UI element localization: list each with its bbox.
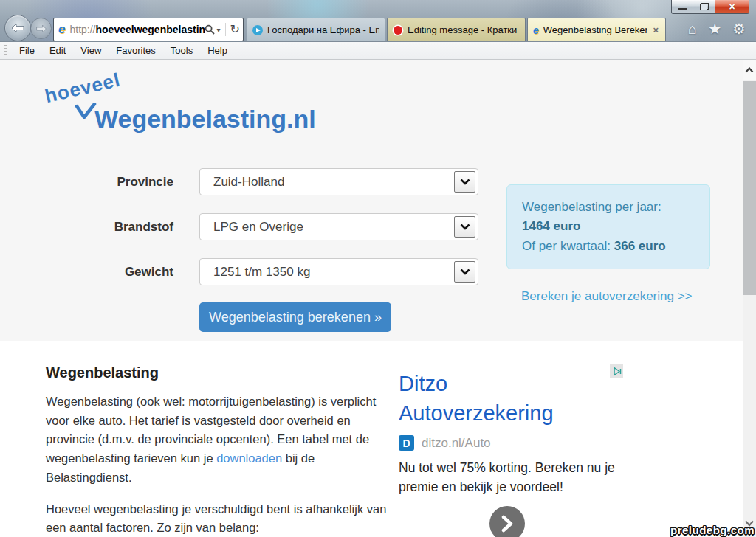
menu-file[interactable]: File <box>12 43 42 58</box>
restore-icon <box>700 3 709 10</box>
label-provincie: Provincie <box>30 175 173 190</box>
select-gewicht-dropdown-button[interactable] <box>454 261 475 283</box>
minimize-button[interactable] <box>671 0 693 14</box>
menu-edit[interactable]: Edit <box>42 43 73 58</box>
menu-help[interactable]: Help <box>200 43 235 58</box>
tab-label: Wegenbelasting Berekene... <box>543 24 647 35</box>
download-link[interactable]: downloaden <box>216 451 282 465</box>
watermark: preludebg.com <box>670 524 755 536</box>
p1-text-before: Wegenbelasting (ook wel: motorrijtuigenb… <box>46 395 376 465</box>
close-window-button[interactable]: × <box>715 0 749 14</box>
select-provincie-value: Zuid-Holland <box>213 175 284 190</box>
logo-checkmark-icon <box>75 103 97 120</box>
chevron-down-icon <box>460 268 470 275</box>
refresh-icon[interactable]: ↻ <box>230 24 240 35</box>
calculate-button[interactable]: Wegenbelasting berekenen » <box>199 302 391 332</box>
address-bar[interactable]: e http://hoeveelwegenbelasting.nl ▾ ↻ <box>53 18 244 41</box>
chevron-down-icon <box>460 224 470 230</box>
article-paragraph-1: Wegenbelasting (ook wel: motorrijtuigenb… <box>46 392 387 488</box>
ad-url-row: D ditzo.nl/Auto <box>399 435 491 451</box>
url-protocol: http:// <box>69 24 95 35</box>
url-text[interactable]: http://hoeveelwegenbelasting.nl <box>69 24 204 35</box>
menu-favorites[interactable]: Favorites <box>109 43 162 58</box>
scrollbar-thumb[interactable] <box>743 81 756 295</box>
scroll-up-button[interactable] <box>743 60 756 80</box>
tab-label: Editing message - Кратки и б... <box>408 24 520 35</box>
article: Wegenbelasting Wegenbelasting (ook wel: … <box>46 364 387 537</box>
play-favicon <box>252 25 263 35</box>
forward-button[interactable] <box>30 18 52 39</box>
address-dropdown-icon[interactable]: ▾ <box>217 26 221 34</box>
window-controls: × <box>671 0 749 14</box>
back-arrow-icon <box>10 23 25 33</box>
ad-body-text: Nu tot wel 75% korting. Bereken nu je pr… <box>399 459 636 497</box>
tab-close-icon[interactable]: × <box>651 24 660 35</box>
search-icon[interactable] <box>205 24 215 35</box>
ie-favicon: e <box>533 24 539 36</box>
tab-label: Господари на Ефира - Епизо... <box>267 24 379 35</box>
tab-wegenbelasting-active[interactable]: e Wegenbelasting Berekene... × <box>527 18 666 41</box>
select-brandstof-value: LPG en Overige <box>213 220 303 235</box>
menu-bar: File Edit View Favorites Tools Help <box>0 42 756 60</box>
tax-result-box: Wegenbelasting per jaar: 1464 euro Of pe… <box>506 184 710 269</box>
title-bar: × e http://hoeveelwegenbelasting.nl ▾ <box>0 0 756 42</box>
article-paragraph-2: Hoeveel wegenbelasting je verschuldigd b… <box>46 500 387 537</box>
browser-window: × e http://hoeveelwegenbelasting.nl ▾ <box>0 0 756 537</box>
close-icon: × <box>729 1 735 12</box>
home-icon[interactable]: ⌂ <box>688 21 697 37</box>
insurance-link[interactable]: Bereken je autoverzekering >> <box>521 289 693 304</box>
result-quarter-label: Of per kwartaal: <box>522 239 614 253</box>
ad-display-url[interactable]: ditzo.nl/Auto <box>422 436 491 451</box>
tab-gospodari[interactable]: Господари на Ефира - Епизо... <box>247 18 385 41</box>
menu-view[interactable]: View <box>73 43 109 58</box>
select-gewicht[interactable]: 1251 t/m 1350 kg <box>199 258 478 285</box>
tab-bar: Господари на Ефира - Епизо... Editing me… <box>247 18 666 41</box>
article-heading: Wegenbelasting <box>46 364 387 381</box>
result-year-value: 1464 euro <box>522 219 580 233</box>
address-separator <box>225 23 226 36</box>
forward-arrow-icon <box>35 24 47 33</box>
gear-icon[interactable]: ⚙ <box>732 21 746 37</box>
restore-button[interactable] <box>693 0 715 14</box>
label-brandstof: Brandstof <box>30 220 173 235</box>
select-gewicht-value: 1251 t/m 1350 kg <box>213 265 310 280</box>
ditzo-logo: D <box>399 435 414 451</box>
record-favicon <box>394 26 402 35</box>
adchoices-icon[interactable] <box>610 364 623 378</box>
label-gewicht: Gewicht <box>30 265 173 280</box>
back-button[interactable] <box>4 15 31 41</box>
calculator-section: hoeveel Wegenbelasting.nl Provincie Zuid… <box>0 60 743 341</box>
vertical-scrollbar[interactable] <box>743 60 756 537</box>
ad-next-button[interactable] <box>489 506 525 537</box>
ie-favicon: e <box>58 22 65 37</box>
result-line1: Wegenbelasting per jaar: <box>522 200 662 214</box>
menu-tools[interactable]: Tools <box>163 43 200 58</box>
url-domain: hoeveelwegenbelasting.nl <box>96 24 205 35</box>
select-provincie-dropdown-button[interactable] <box>454 171 475 193</box>
select-brandstof-dropdown-button[interactable] <box>454 216 475 238</box>
page-content: hoeveel Wegenbelasting.nl Provincie Zuid… <box>0 60 743 537</box>
star-icon[interactable]: ★ <box>708 21 721 37</box>
menu-grip <box>4 45 7 57</box>
browser-toolbar: ⌂ ★ ⚙ <box>688 21 746 37</box>
minimize-icon <box>678 8 687 10</box>
ad-title-link[interactable]: Ditzo Autoverzekering <box>399 369 592 428</box>
select-provincie[interactable]: Zuid-Holland <box>199 168 478 195</box>
adchoices-triangle-icon <box>612 367 622 376</box>
result-quarter-value: 366 euro <box>614 239 666 253</box>
chevron-right-icon <box>501 515 514 533</box>
tab-editing-message[interactable]: Editing message - Кратки и б... <box>387 18 526 41</box>
ad-unit: Ditzo Autoverzekering D ditzo.nl/Auto Nu… <box>399 369 636 537</box>
select-brandstof[interactable]: LPG en Overige <box>199 213 478 240</box>
chevron-up-icon <box>745 67 754 73</box>
chevron-down-icon <box>460 179 470 185</box>
site-logo: Wegenbelasting.nl <box>94 105 316 134</box>
